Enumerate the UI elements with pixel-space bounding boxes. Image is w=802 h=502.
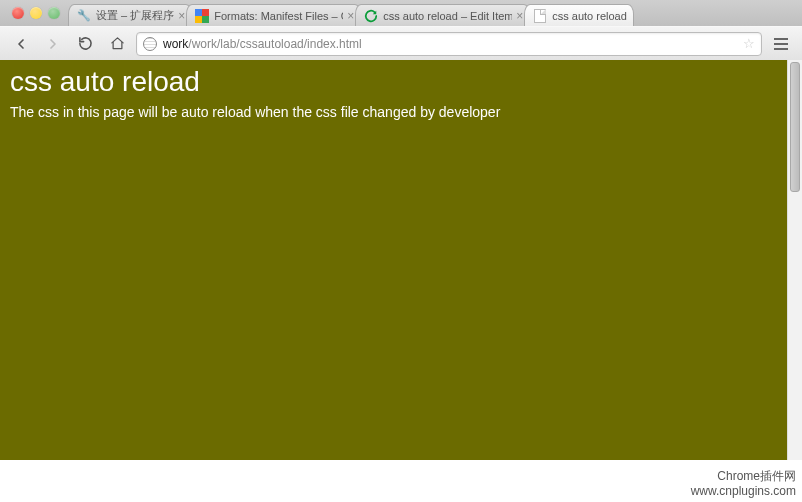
tab-title: Formats: Manifest Files – Go… [214,10,343,22]
browser-chrome: 🔧 设置 – 扩展程序 × Formats: Manifest Files – … [0,0,802,61]
vertical-scrollbar[interactable] [787,60,802,460]
tab-formats-manifest[interactable]: Formats: Manifest Files – Go… × [186,4,361,26]
watermark: Chrome插件网 www.cnplugins.com [691,469,796,500]
tab-title: css auto reload [552,10,627,22]
tab-title: css auto reload – Edit Item [383,10,512,22]
url-path: /work/lab/cssautoload/index.html [188,37,361,51]
tab-settings-extensions[interactable]: 🔧 设置 – 扩展程序 × [68,4,192,26]
scrollbar-thumb[interactable] [790,62,800,192]
window-minimize-button[interactable] [30,7,42,19]
page-body-text: The css in this page will be auto reload… [10,104,792,120]
chrome-menu-button[interactable] [768,32,794,56]
address-bar[interactable]: work/work/lab/cssautoload/index.html ☆ [136,32,762,56]
window-zoom-button[interactable] [48,7,60,19]
close-icon[interactable]: × [178,9,185,23]
close-icon[interactable]: × [347,9,354,23]
close-icon[interactable]: × [516,9,523,23]
home-button[interactable] [104,32,130,56]
window-close-button[interactable] [12,7,24,19]
tab-title: 设置 – 扩展程序 [96,8,174,23]
tab-css-auto-reload-edit[interactable]: css auto reload – Edit Item × [355,4,530,26]
page-icon [533,9,547,23]
tab-bar: 🔧 设置 – 扩展程序 × Formats: Manifest Files – … [0,0,802,26]
watermark-line-2: www.cnplugins.com [691,484,796,500]
bookmark-star-icon[interactable]: ☆ [743,36,755,51]
watermark-line-1: Chrome插件网 [691,469,796,485]
tab-css-auto-reload[interactable]: css auto reload [524,4,634,26]
url-host: work [163,37,188,51]
reload-button[interactable] [72,32,98,56]
toolbar: work/work/lab/cssautoload/index.html ☆ [0,26,802,60]
traffic-lights [2,0,68,26]
forward-button[interactable] [40,32,66,56]
page-heading: css auto reload [10,66,792,98]
wrench-icon: 🔧 [77,9,91,23]
reload-icon [364,9,378,23]
back-button[interactable] [8,32,34,56]
page-content: css auto reload The css in this page wil… [0,60,802,460]
globe-icon [143,37,157,51]
google-icon [195,9,209,23]
hamburger-icon [774,38,788,50]
